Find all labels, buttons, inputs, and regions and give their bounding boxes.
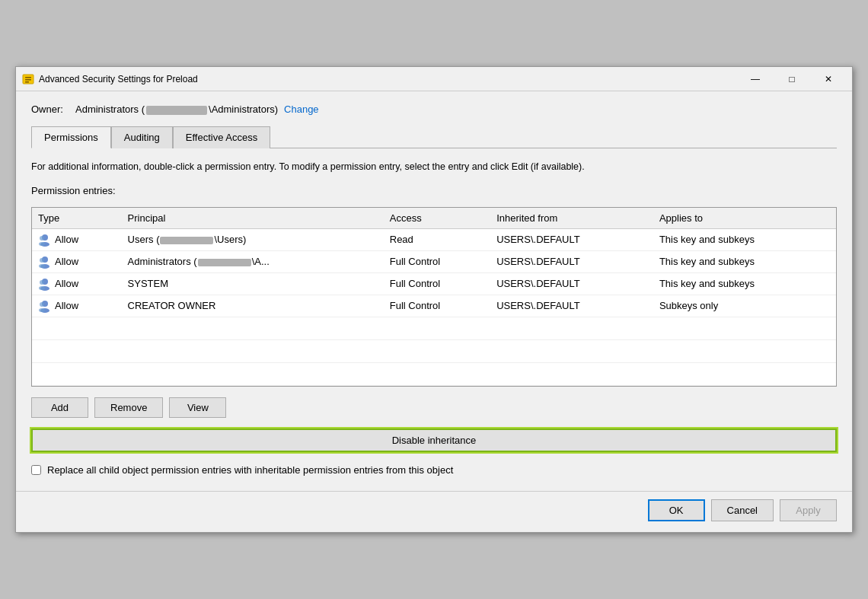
window-icon (22, 73, 34, 85)
maximize-button[interactable]: □ (774, 69, 809, 90)
tab-auditing[interactable]: Auditing (111, 126, 173, 148)
close-button[interactable]: ✕ (811, 69, 846, 90)
blurred-principal (198, 259, 251, 266)
owner-suffix: \Administrators) (209, 104, 278, 115)
title-bar-controls: — □ ✕ (738, 69, 846, 90)
empty-row (32, 317, 836, 339)
col-header-inherited: Inherited from (490, 208, 653, 229)
user-icon (38, 233, 52, 247)
disable-inheritance-button[interactable]: Disable inheritance (31, 429, 837, 452)
row2-inherited: USERS\.DEFAULT (490, 250, 653, 272)
col-header-principal: Principal (122, 208, 384, 229)
svg-rect-1 (25, 77, 31, 78)
col-header-applies: Applies to (653, 208, 836, 229)
owner-value: Administrators (\Administrators) (75, 104, 278, 115)
owner-prefix: Administrators ( (75, 104, 145, 115)
col-header-type: Type (32, 208, 122, 229)
dialog-content: Owner: Administrators (\Administrators) … (16, 91, 852, 488)
svg-point-7 (39, 242, 45, 246)
checkbox-row: Replace all child object permission entr… (31, 464, 837, 476)
row1-access: Read (384, 228, 490, 250)
row1-applies: This key and subkeys (653, 228, 836, 250)
svg-point-6 (40, 236, 44, 241)
row2-type: Allow (32, 250, 122, 272)
owner-label: Owner: (31, 104, 69, 115)
table-row[interactable]: Allow CREATOR OWNER Full Control USERS\.… (32, 295, 836, 317)
row4-applies: Subkeys only (653, 295, 836, 317)
table-row[interactable]: Allow SYSTEM Full Control USERS\.DEFAULT… (32, 272, 836, 295)
row3-principal: SYSTEM (122, 272, 384, 295)
row3-applies: This key and subkeys (653, 272, 836, 295)
replace-permissions-label: Replace all child object permission entr… (47, 464, 453, 476)
dialog-footer: OK Cancel Apply (16, 491, 852, 532)
dialog-window: Advanced Security Settings for Preload —… (15, 66, 853, 533)
table-row[interactable]: Allow Users (\Users) Read USERS\.DEFAULT… (32, 228, 836, 250)
action-buttons: Add Remove View (31, 397, 837, 418)
table-row[interactable]: Allow Administrators (\A... Full Control… (32, 250, 836, 272)
user-icon (38, 255, 52, 269)
row4-inherited: USERS\.DEFAULT (490, 295, 653, 317)
col-header-access: Access (384, 208, 490, 229)
replace-permissions-checkbox[interactable] (31, 465, 41, 475)
tabs-container: Permissions Auditing Effective Access (31, 126, 837, 148)
row1-type: Allow (32, 228, 122, 250)
tab-effective-access[interactable]: Effective Access (173, 126, 270, 148)
add-button[interactable]: Add (31, 397, 88, 418)
row2-applies: This key and subkeys (653, 250, 836, 272)
permission-table: Type Principal Access Inherited from App… (32, 208, 836, 386)
remove-button[interactable]: Remove (94, 397, 163, 418)
row3-type: Allow (32, 272, 122, 295)
user-icon (38, 299, 52, 313)
user-icon (38, 277, 52, 291)
row3-access: Full Control (384, 272, 490, 295)
tab-permissions[interactable]: Permissions (31, 126, 111, 148)
view-button[interactable]: View (169, 397, 226, 418)
row4-principal: CREATOR OWNER (122, 295, 384, 317)
row2-access: Full Control (384, 250, 490, 272)
row4-type: Allow (32, 295, 122, 317)
svg-point-11 (39, 264, 45, 268)
owner-row: Owner: Administrators (\Administrators) … (31, 104, 837, 115)
info-text: For additional information, double-click… (31, 161, 837, 174)
svg-rect-2 (25, 79, 31, 81)
permission-table-wrapper: Type Principal Access Inherited from App… (31, 207, 837, 387)
svg-point-18 (40, 302, 44, 307)
permission-entries-label: Permission entries: (31, 185, 837, 196)
empty-row (32, 339, 836, 362)
ok-button[interactable]: OK (648, 499, 705, 521)
row3-inherited: USERS\.DEFAULT (490, 272, 653, 295)
svg-point-14 (40, 280, 44, 285)
row1-inherited: USERS\.DEFAULT (490, 228, 653, 250)
title-bar: Advanced Security Settings for Preload —… (16, 67, 852, 91)
empty-row (32, 362, 836, 385)
svg-point-15 (39, 286, 45, 290)
change-link[interactable]: Change (284, 104, 319, 115)
svg-rect-3 (25, 81, 29, 83)
blurred-principal (160, 237, 213, 244)
window-title: Advanced Security Settings for Preload (39, 74, 738, 84)
cancel-button[interactable]: Cancel (711, 499, 774, 521)
apply-button[interactable]: Apply (780, 499, 837, 521)
row4-access: Full Control (384, 295, 490, 317)
svg-point-19 (39, 308, 45, 312)
minimize-button[interactable]: — (738, 69, 773, 90)
row2-principal: Administrators (\A... (122, 250, 384, 272)
row1-principal: Users (\Users) (122, 228, 384, 250)
svg-point-10 (40, 258, 44, 263)
owner-blurred-text (146, 106, 207, 115)
